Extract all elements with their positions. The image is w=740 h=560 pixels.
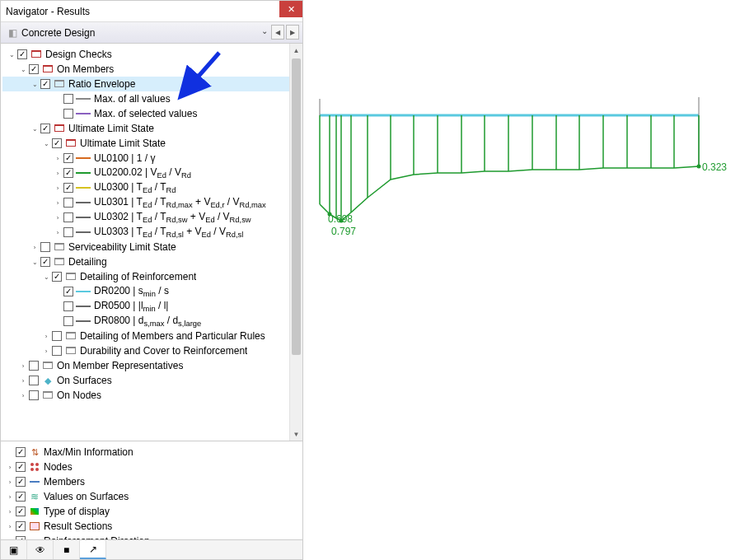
checkbox[interactable] — [63, 109, 73, 119]
checkbox[interactable] — [63, 227, 73, 237]
tree-item-on-nodes[interactable]: ›On Nodes — [2, 388, 302, 403]
tree-item-members[interactable]: ›Members — [2, 474, 302, 489]
checkbox[interactable] — [29, 361, 39, 371]
tree-item-ul0100[interactable]: ›UL0100 | 1 / γ — [2, 151, 302, 166]
checkbox[interactable] — [63, 301, 73, 311]
twisty-icon[interactable]: › — [4, 491, 16, 502]
tree-item-ul0303[interactable]: ›UL0303 | TEd / TRd,sl + VEd / VRd,sl — [2, 225, 302, 240]
tree-item-max-all[interactable]: Max. of all values — [2, 91, 302, 106]
twisty-icon[interactable]: › — [29, 241, 40, 253]
checkbox[interactable] — [29, 376, 39, 385]
checkbox[interactable] — [52, 346, 62, 356]
twisty-icon[interactable]: › — [52, 152, 63, 164]
tree-item-uls[interactable]: ⌄Ultimate Limit State — [2, 121, 302, 136]
checkbox[interactable] — [16, 447, 26, 457]
checkbox[interactable] — [16, 477, 26, 487]
tree-item-result-sections[interactable]: ›Result Sections — [2, 519, 302, 534]
scroll-down-icon[interactable]: ▼ — [290, 427, 302, 441]
checkbox[interactable] — [63, 153, 73, 163]
checkbox[interactable] — [16, 536, 26, 539]
tree-item-reinf-dir[interactable]: ›Reinforcement Direction — [2, 534, 302, 539]
tree-item-dr0800[interactable]: DR0800 | ds,max / ds,large — [2, 314, 302, 329]
scroll-thumb[interactable] — [292, 58, 301, 355]
checkbox[interactable] — [40, 242, 50, 252]
twisty-icon[interactable]: › — [4, 506, 16, 517]
tree-item-dr0500[interactable]: DR0500 | |lmin / l| — [2, 299, 302, 314]
twisty-icon[interactable]: › — [52, 197, 63, 208]
options-tree[interactable]: Max/Min Information›Nodes›Members›Values… — [1, 441, 302, 539]
checkbox[interactable] — [17, 49, 27, 59]
twisty-icon[interactable]: › — [40, 345, 52, 357]
twisty-icon[interactable]: › — [4, 476, 16, 488]
twisty-icon[interactable]: ⌄ — [29, 256, 40, 268]
section-header[interactable]: Concrete Design ⌄ ◀ ▶ — [1, 22, 302, 44]
tree-item-ratio-envelope[interactable]: ⌄Ratio Envelope — [2, 77, 302, 91]
checkbox[interactable] — [52, 331, 62, 341]
checkbox[interactable] — [63, 316, 73, 326]
checkbox[interactable] — [63, 287, 73, 296]
checkbox[interactable] — [63, 168, 73, 178]
twisty-icon[interactable]: › — [4, 461, 16, 473]
twisty-icon[interactable]: › — [4, 535, 16, 539]
twisty-icon[interactable]: › — [52, 182, 63, 194]
close-button[interactable]: ✕ — [279, 1, 302, 17]
tab-3[interactable]: ■ — [54, 540, 80, 559]
tree-item-type-display[interactable]: ›Type of display — [2, 504, 302, 519]
tree-item-nodes[interactable]: ›Nodes — [2, 460, 302, 474]
checkbox[interactable] — [40, 124, 50, 133]
twisty-icon[interactable]: › — [52, 167, 63, 179]
tree-item-design-checks[interactable]: ⌄Design Checks — [2, 47, 302, 62]
twisty-icon[interactable]: ⌄ — [40, 138, 52, 149]
checkbox[interactable] — [29, 64, 39, 74]
checkbox[interactable] — [16, 521, 26, 531]
scrollbar[interactable]: ▲ ▼ — [289, 44, 302, 441]
tree-item-ul0301[interactable]: ›UL0301 | TEd / TRd,max + VEd,r / VRd,ma… — [2, 195, 302, 210]
twisty-icon[interactable]: ⌄ — [29, 123, 40, 134]
checkbox[interactable] — [16, 462, 26, 472]
checkbox[interactable] — [29, 390, 39, 400]
tree-item-ul0200[interactable]: ›UL0200.02 | VEd / VRd — [2, 166, 302, 180]
tree-item-dr0200[interactable]: DR0200 | smin / s — [2, 284, 302, 299]
tree-item-maxmin[interactable]: Max/Min Information — [2, 445, 302, 460]
tree-item-ul0300[interactable]: ›UL0300 | TEd / TRd — [2, 180, 302, 195]
tree-item-member-rep[interactable]: ›On Member Representatives — [2, 358, 302, 373]
checkbox[interactable] — [63, 183, 73, 193]
scroll-up-icon[interactable]: ▲ — [290, 44, 302, 57]
twisty-icon[interactable]: › — [40, 330, 52, 342]
tab-1[interactable]: ▣ — [1, 540, 27, 559]
checkbox[interactable] — [40, 79, 50, 89]
checkbox[interactable] — [63, 198, 73, 208]
tab-2[interactable]: 👁 — [27, 540, 54, 559]
tree-item-det-members[interactable]: ›Detailing of Members and Particular Rul… — [2, 329, 302, 343]
tree-item-vals-on-surf[interactable]: ›Values on Surfaces — [2, 489, 302, 504]
checkbox[interactable] — [63, 212, 73, 222]
checkbox[interactable] — [63, 94, 73, 104]
checkbox[interactable] — [16, 506, 26, 516]
tree-item-det-reinf[interactable]: ⌄Detailing of Reinforcement — [2, 269, 302, 284]
checkbox[interactable] — [52, 272, 62, 282]
tree-item-sls[interactable]: ›Serviceability Limit State — [2, 240, 302, 254]
twisty-icon[interactable]: ⌄ — [29, 78, 40, 90]
tab-4[interactable]: ↗ — [80, 540, 106, 559]
checkbox[interactable] — [40, 257, 50, 267]
twisty-icon[interactable]: ⌄ — [17, 63, 29, 75]
prev-button[interactable]: ◀ — [271, 25, 284, 40]
twisty-icon[interactable]: › — [4, 520, 16, 532]
tree-item-ul0302[interactable]: ›UL0302 | TEd / TRd,sw + VEd / VRd,sw — [2, 210, 302, 225]
dropdown-icon[interactable]: ⌄ — [261, 26, 268, 35]
results-tree[interactable]: ⌄Design Checks⌄On Members⌄Ratio Envelope… — [1, 44, 302, 441]
twisty-icon[interactable]: › — [17, 375, 29, 386]
twisty-icon[interactable]: ⌄ — [40, 271, 52, 282]
checkbox[interactable] — [16, 492, 26, 502]
tree-item-on-members[interactable]: ⌄On Members — [2, 62, 302, 77]
tree-item-uls2[interactable]: ⌄Ultimate Limit State — [2, 136, 302, 151]
tree-item-detailing[interactable]: ⌄Detailing — [2, 254, 302, 269]
next-button[interactable]: ▶ — [286, 25, 299, 40]
tree-item-on-surfaces[interactable]: ›On Surfaces — [2, 373, 302, 388]
twisty-icon[interactable]: › — [52, 226, 63, 238]
twisty-icon[interactable]: › — [52, 212, 63, 223]
twisty-icon[interactable]: › — [17, 360, 29, 371]
tree-item-max-sel[interactable]: Max. of selected values — [2, 106, 302, 121]
tree-item-durability[interactable]: ›Durability and Cover to Reinforcement — [2, 343, 302, 358]
checkbox[interactable] — [52, 138, 62, 148]
